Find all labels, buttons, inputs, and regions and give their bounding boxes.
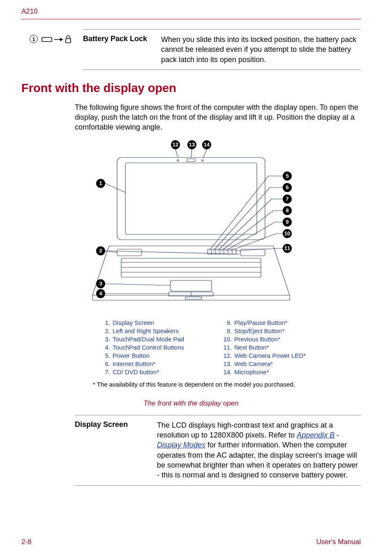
legend-item-touchpad-buttons: TouchPad Control Buttons xyxy=(113,344,184,351)
svg-rect-24 xyxy=(121,258,261,277)
badge-14: 14 xyxy=(204,141,210,148)
svg-line-9 xyxy=(203,149,207,158)
legend-item-play-pause: Play/Pause Button* xyxy=(234,319,287,326)
badge-6: 6 xyxy=(286,184,288,190)
legend-item-next: Next Button* xyxy=(234,344,269,351)
header-model: A210 xyxy=(21,7,361,16)
legend-num-7: 7. xyxy=(99,368,110,375)
header-rule xyxy=(21,19,361,19)
legend-num-2: 2. xyxy=(99,327,110,334)
legend-item-microphone: Microphone* xyxy=(234,368,269,375)
svg-line-33 xyxy=(105,183,125,192)
manual-title: User's Manual xyxy=(316,538,361,546)
badge-10: 10 xyxy=(284,230,290,236)
battery-lock-desc: When you slide this into its locked posi… xyxy=(161,35,361,65)
laptop-figure: 12 13 14 xyxy=(21,139,361,312)
svg-rect-15 xyxy=(117,249,142,256)
appendix-b-link[interactable]: Appendix B xyxy=(297,431,334,439)
legend-item-power-button: Power Button xyxy=(113,352,150,359)
display-screen-desc: The LCD displays high-contrast text and … xyxy=(157,420,361,480)
legend-num-4: 4. xyxy=(99,344,110,351)
badge-8: 8 xyxy=(286,207,288,213)
section-heading: Front with the display open xyxy=(21,81,361,95)
figure-footnote: * The availability of this feature is de… xyxy=(93,381,361,388)
badge-4: 4 xyxy=(99,290,102,297)
badge-11: 11 xyxy=(284,245,290,251)
legend-item-previous: Previous Button* xyxy=(234,336,280,343)
svg-point-14 xyxy=(202,160,203,161)
legend-item-stop-eject: Stop/Eject Button* xyxy=(234,327,284,334)
legend-num-9: 9. xyxy=(221,327,232,334)
legend-num-14: 14. xyxy=(221,368,232,375)
legend-left-col: 1.Display Screen 2.Left and Right Speake… xyxy=(99,319,184,377)
svg-rect-3 xyxy=(66,39,71,43)
svg-rect-0 xyxy=(42,37,52,42)
svg-line-36 xyxy=(105,251,240,254)
legend-item-internet-button: Internet Button* xyxy=(113,360,155,367)
legend-num-1: 1. xyxy=(99,319,110,326)
badge-3: 3 xyxy=(99,280,102,287)
section-intro: The following figure shows the front of … xyxy=(75,102,361,132)
badge-5: 5 xyxy=(286,173,288,179)
battery-lock-slide-icon xyxy=(39,35,76,44)
legend-num-3: 3. xyxy=(99,336,110,343)
legend-num-8: 8. xyxy=(221,319,232,326)
svg-line-38 xyxy=(105,284,171,285)
battery-lock-icon-group: 1 xyxy=(30,35,83,44)
page-number: 2-8 xyxy=(21,538,32,546)
display-desc-dash: - xyxy=(334,431,339,439)
row-bottom-rule xyxy=(83,70,361,70)
legend-item-display-screen: Display Screen xyxy=(113,319,154,326)
legend-item-webcam: Web Camera* xyxy=(234,360,273,367)
legend-num-11: 11. xyxy=(221,344,232,351)
legend-right-col: 8.Play/Pause Button* 9.Stop/Eject Button… xyxy=(221,319,306,377)
battery-lock-label: Battery Pack Lock xyxy=(83,35,161,43)
legend-num-6: 6. xyxy=(99,360,110,367)
legend-num-13: 13. xyxy=(221,360,232,367)
badge-2: 2 xyxy=(99,248,102,254)
svg-line-8 xyxy=(191,149,192,158)
legend-num-10: 10. xyxy=(221,336,232,343)
svg-point-12 xyxy=(177,160,179,161)
row-top-rule xyxy=(83,29,361,30)
badge-1: 1 xyxy=(99,180,102,186)
legend-item-speakers: Left and Right Speakers xyxy=(113,327,179,334)
badge-9: 9 xyxy=(286,219,288,225)
figure-caption: The front with the display open xyxy=(21,399,361,408)
battery-lock-num-icon: 1 xyxy=(30,35,38,43)
display-modes-link[interactable]: Display Modes xyxy=(157,441,205,449)
legend-num-5: 5. xyxy=(99,352,110,359)
legend-item-touchpad: TouchPad/Dual Mode Pad xyxy=(113,336,184,343)
svg-rect-13 xyxy=(187,159,195,162)
badge-12: 12 xyxy=(173,141,178,148)
svg-rect-31 xyxy=(185,297,202,299)
svg-line-7 xyxy=(175,149,178,158)
badge-7: 7 xyxy=(286,196,288,202)
svg-rect-28 xyxy=(171,280,212,291)
legend-item-cddvd-button: CD/ DVD button* xyxy=(113,368,159,375)
svg-rect-11 xyxy=(125,163,257,234)
badge-13: 13 xyxy=(189,141,195,148)
display-row-top-rule xyxy=(75,415,361,415)
legend-num-12: 12. xyxy=(221,352,232,359)
display-row-bottom-rule xyxy=(75,485,361,486)
legend-item-webcam-led: Web Camera Power LED* xyxy=(234,352,306,359)
svg-marker-2 xyxy=(60,38,63,41)
display-screen-label: Display Screen xyxy=(75,420,157,429)
svg-rect-10 xyxy=(117,158,265,240)
figure-legend: 1.Display Screen 2.Left and Right Speake… xyxy=(99,319,361,377)
